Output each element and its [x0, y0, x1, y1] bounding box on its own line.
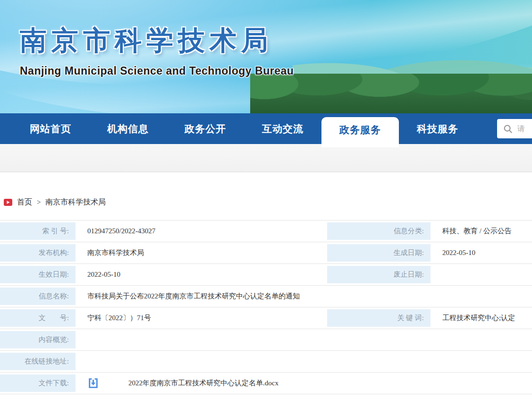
effective-date-value: 2022-05-10 — [79, 264, 323, 285]
nav-item-home[interactable]: 网站首页 — [12, 113, 89, 144]
header-banner: 南京市科学技术局 Nanjing Municipal Science and T… — [0, 0, 532, 113]
table-row-effective-abolition: 生效日期: 2022-05-10 废止日期: — [0, 264, 532, 286]
table-row-publisher-created: 发布机构: 南京市科学技术局 生成日期: 2022-05-10 — [0, 242, 532, 264]
created-date-label-cell: 生成日期: — [323, 242, 434, 263]
online-link-label-cell: 在线链接地址: — [0, 351, 79, 372]
breadcrumb-home-link[interactable]: 首页 — [17, 197, 32, 207]
nav-item-interaction[interactable]: 互动交流 — [244, 113, 321, 144]
table-row-link: 在线链接地址: — [0, 351, 532, 373]
breadcrumb-separator: > — [37, 198, 41, 206]
info-title-label-cell: 信息名称: — [0, 286, 79, 307]
index-number-label: 索 引 号: — [42, 227, 76, 236]
table-row-summary: 内容概览: — [0, 329, 532, 351]
keywords-value: 工程技术研究中心;认定 — [434, 307, 532, 329]
search-icon — [503, 124, 513, 134]
table-row-docnum-keywords: 文 号: 宁科〔2022〕）71号 关 键 词: 工程技术研究中心;认定 — [0, 307, 532, 329]
nav-item-gov-services[interactable]: 政务服务 — [321, 117, 399, 147]
breadcrumb-play-icon — [4, 199, 12, 206]
publisher-label: 发布机构: — [39, 248, 76, 257]
effective-date-label-cell: 生效日期: — [0, 264, 79, 285]
abolition-date-label: 废止日期: — [394, 270, 431, 279]
search-box[interactable] — [497, 119, 532, 138]
document-info-table: 索 引 号: 012947250/2022-43027 信息分类: 科技、教育 … — [0, 220, 532, 394]
site-title-cn: 南京市科学技术局 — [20, 23, 273, 59]
doc-number-label-cell: 文 号: — [0, 307, 79, 329]
info-title-label: 信息名称: — [39, 292, 76, 301]
banner-treeline-decoration — [250, 74, 532, 113]
summary-label-cell: 内容概览: — [0, 329, 79, 350]
nav-item-gov-disclosure[interactable]: 政务公开 — [167, 113, 244, 144]
created-date-value: 2022-05-10 — [434, 242, 532, 263]
keywords-label: 关 键 词: — [397, 314, 431, 323]
doc-number-value: 宁科〔2022〕）71号 — [79, 307, 323, 329]
table-row-index-category: 索 引 号: 012947250/2022-43027 信息分类: 科技、教育 … — [0, 221, 532, 242]
index-number-label-cell: 索 引 号: — [0, 221, 79, 242]
table-row-title: 信息名称: 市科技局关于公布2022年度南京市工程技术研究中心认定名单的通知 — [0, 286, 532, 307]
table-row-download: 文件下载: 2022年度南京市工程技术研究中心认定名单.docx — [0, 373, 532, 394]
site-title-en: Nanjing Municipal Science and Technology… — [20, 65, 294, 77]
nav-item-org-info[interactable]: 机构信息 — [89, 113, 167, 144]
download-label-cell: 文件下载: — [0, 373, 79, 394]
abolition-date-label-cell: 废止日期: — [323, 264, 434, 285]
online-link-value — [79, 351, 532, 372]
download-value-cell: 2022年度南京市工程技术研究中心认定名单.docx — [79, 373, 532, 394]
abolition-date-value — [434, 264, 532, 285]
breadcrumb: 首页 > 南京市科学技术局 — [4, 195, 532, 209]
download-icon[interactable] — [87, 377, 99, 389]
keywords-label-cell: 关 键 词: — [323, 307, 434, 329]
category-value: 科技、教育 / 公示公告 — [434, 221, 532, 242]
info-title-value: 市科技局关于公布2022年度南京市工程技术研究中心认定名单的通知 — [79, 286, 532, 307]
effective-date-label: 生效日期: — [39, 270, 76, 279]
index-number-value: 012947250/2022-43027 — [79, 221, 323, 242]
category-label: 信息分类: — [394, 227, 431, 236]
main-navbar: 网站首页 机构信息 政务公开 互动交流 政务服务 科技服务 — [0, 113, 532, 144]
publisher-value: 南京市科学技术局 — [79, 242, 323, 263]
created-date-label: 生成日期: — [394, 248, 431, 257]
summary-value — [79, 329, 532, 350]
submenu-band — [0, 144, 532, 172]
summary-label: 内容概览: — [39, 335, 76, 344]
doc-number-label: 文 号: — [39, 314, 76, 323]
search-input[interactable] — [517, 125, 532, 133]
nav-items: 网站首页 机构信息 政务公开 互动交流 政务服务 科技服务 — [0, 113, 532, 144]
online-link-label: 在线链接地址: — [25, 357, 76, 366]
breadcrumb-current: 南京市科学技术局 — [45, 197, 106, 207]
nav-item-tech-services[interactable]: 科技服务 — [399, 113, 476, 144]
category-label-cell: 信息分类: — [323, 221, 434, 242]
download-file-link[interactable]: 2022年度南京市工程技术研究中心认定名单.docx — [128, 379, 279, 388]
download-label: 文件下载: — [39, 379, 76, 388]
publisher-label-cell: 发布机构: — [0, 242, 79, 263]
